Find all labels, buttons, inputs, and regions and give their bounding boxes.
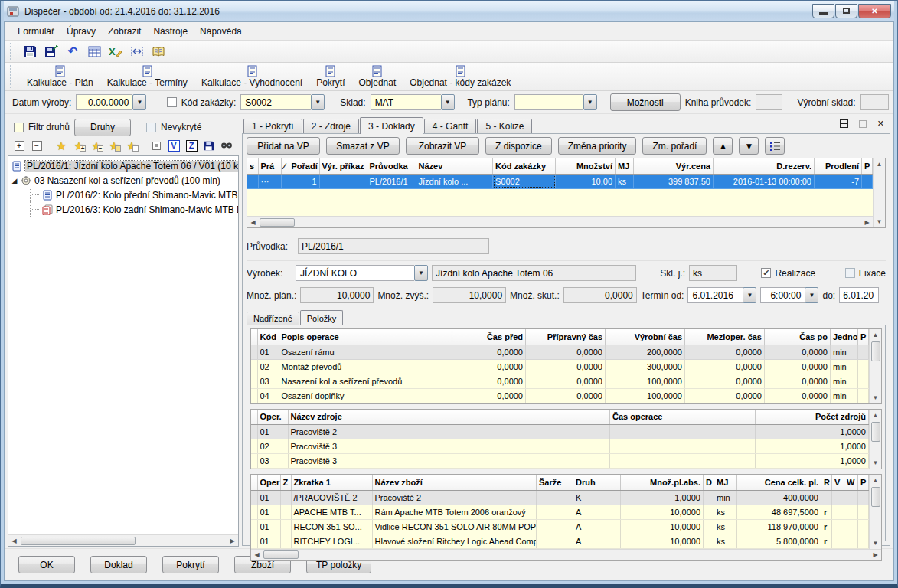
tab-pokryti[interactable]: 1 - Pokrytí <box>243 119 302 134</box>
collapse-all-icon[interactable]: − <box>30 139 44 152</box>
scrollbar-thumb[interactable] <box>871 341 880 361</box>
chevron-down-icon[interactable]: ▼ <box>441 94 455 110</box>
undo-icon[interactable]: ↶ <box>64 43 82 60</box>
documents-grid-hscroll[interactable]: ◀ ▶ <box>247 216 873 227</box>
resources-vscroll[interactable]: ▲ ▼ <box>869 410 881 469</box>
kod-zakazky-combo[interactable]: S0002 ▼ <box>240 94 325 110</box>
scroll-up-icon[interactable]: ▲ <box>870 329 881 341</box>
close-button[interactable]: ✕ <box>858 4 891 18</box>
typ-planu-combo[interactable]: ▼ <box>514 94 597 110</box>
column-header[interactable] <box>251 475 257 490</box>
star-icon[interactable]: ★ <box>54 139 68 152</box>
star-remove-icon[interactable]: ★− <box>90 139 103 152</box>
vyrobek-combo[interactable]: JÍZDNÍ KOLO ▼ <box>296 265 428 281</box>
column-header[interactable]: Kód zakázky <box>493 158 556 174</box>
column-header[interactable]: MJ <box>714 475 737 490</box>
column-header[interactable]: s <box>247 158 258 174</box>
tree-item-label[interactable]: PL/2016/1: Jízdní kolo Apache Totem 06 /… <box>25 161 238 172</box>
column-header[interactable]: Prodlení <box>815 158 862 174</box>
tree-item-pl-2016-3[interactable]: PL/2016/3: Kolo zadní Shimano-Mavic MTB … <box>10 202 237 217</box>
scroll-up-icon[interactable]: ▲ <box>870 475 881 486</box>
nevykryte-checkbox[interactable] <box>146 122 156 132</box>
realizace-checkbox[interactable]: ✔ <box>761 268 771 278</box>
table-row[interactable]: 01Pracoviště 21,0000 <box>251 425 869 439</box>
menu-nastroje[interactable]: Nástroje <box>148 24 193 39</box>
title-bar[interactable]: Dispečer - období od: 21.4.2016 do: 31.1… <box>4 1 894 21</box>
sklad-combo[interactable]: MAT ▼ <box>371 94 455 110</box>
vyrobek-code[interactable]: JÍZDNÍ KOLO <box>296 265 414 281</box>
column-header[interactable]: Cena celk. pl. <box>737 475 821 490</box>
column-header[interactable]: Množ.pl.abs. <box>621 475 704 490</box>
column-header[interactable]: P <box>858 475 869 490</box>
book-icon[interactable] <box>149 43 168 60</box>
scroll-up-icon[interactable]: ▲ <box>870 410 881 421</box>
column-header[interactable]: Oper <box>257 475 280 490</box>
column-header[interactable]: Název zdroje <box>288 410 610 425</box>
typ-planu-value[interactable] <box>514 94 583 110</box>
documents-table[interactable]: sPrá∕PořadíVýr. příkazPrůvodkaNázevKód z… <box>247 158 873 189</box>
column-header[interactable] <box>251 329 257 345</box>
column-header[interactable]: P <box>862 158 873 174</box>
table-icon[interactable] <box>85 43 103 60</box>
termin-od-date[interactable]: 6.01.2016 <box>687 287 743 303</box>
mnoz-zvys-field[interactable]: 10,0000 <box>433 287 506 303</box>
scroll-left-icon[interactable]: ◀ <box>251 550 263 560</box>
pridat-na-vp-button[interactable]: Přidat na VP <box>247 137 320 155</box>
scrollbar-thumb[interactable] <box>871 487 880 507</box>
skl-j-field[interactable]: ks <box>689 265 737 281</box>
pruvodka-field[interactable]: PL/2016/1 <box>298 238 489 254</box>
filtr-druhu-checkbox[interactable] <box>14 122 24 132</box>
column-header[interactable]: D.rezerv. <box>714 158 815 174</box>
vyrobek-name-field[interactable]: Jízdní kolo Apache Totem 06 <box>432 265 636 281</box>
scroll-right-icon[interactable]: ▶ <box>861 217 873 227</box>
kod-zakazky-value[interactable]: S0002 <box>240 94 311 110</box>
column-header[interactable]: P <box>858 329 869 345</box>
tab-doklady[interactable]: 3 - Doklady <box>360 117 423 134</box>
kalkulace-plan-button[interactable]: Kalkulace - Plán <box>22 64 98 90</box>
column-header[interactable]: Výr. příkaz <box>319 158 367 174</box>
chevron-down-icon[interactable]: ▼ <box>414 265 428 281</box>
documents-grid-vscroll[interactable]: ▲ ▼ <box>873 158 885 227</box>
column-header[interactable]: Pořadí <box>289 158 319 174</box>
tree-item-label[interactable]: PL/2016/3: Kolo zadní Shimano-Mavic MTB … <box>56 204 238 215</box>
column-header[interactable]: Oper. <box>257 410 288 425</box>
column-header[interactable]: Šarže <box>537 475 573 490</box>
column-header[interactable]: Čas před <box>452 329 526 345</box>
zobrazit-vp-button[interactable]: Zobrazit VP <box>406 137 479 155</box>
column-header[interactable]: Výr.cena <box>634 158 714 174</box>
tree-item-pl-2016-1[interactable]: PL/2016/1: Jízdní kolo Apache Totem 06 /… <box>10 158 237 173</box>
move-down-button[interactable]: ▼ <box>739 137 759 155</box>
resources-table[interactable]: Oper.Název zdrojeČas operacePočet zdrojů… <box>251 410 869 469</box>
table-row[interactable]: ···1PL/2016/1Jízdní kolo ...S000210,00ks… <box>247 174 873 188</box>
column-header[interactable]: Průvodka <box>367 158 416 174</box>
pokryti-button[interactable]: Pokrytí <box>312 64 349 90</box>
operations-vscroll[interactable]: ▲ ▼ <box>869 329 881 403</box>
pokryti-footer-button[interactable]: Pokrytí <box>162 556 219 573</box>
column-header[interactable]: Množství <box>556 158 616 174</box>
column-header[interactable]: Popis operace <box>279 329 452 345</box>
tree-item-label[interactable]: PL/2016/2: Kolo přední Shimano-Mavic MTB… <box>56 190 238 201</box>
scrollbar-thumb[interactable] <box>21 537 136 545</box>
datum-vyroby-value[interactable]: 0.00.0000 <box>76 94 132 110</box>
table-row[interactable]: 01/PRACOVIŠTĚ 2Pracoviště 2K1,0000min400… <box>251 490 869 505</box>
column-header[interactable]: D <box>704 475 714 490</box>
chevron-down-icon[interactable]: ▼ <box>311 94 325 110</box>
scroll-down-icon[interactable]: ▼ <box>870 457 881 469</box>
column-header[interactable]: Čas operace <box>610 410 756 425</box>
table-row[interactable]: 01Osazení rámu0,00000,0000200,00000,0000… <box>251 345 869 359</box>
tab-zdroje[interactable]: 2 - Zdroje <box>303 119 359 134</box>
z-sort-icon[interactable]: Z <box>184 139 198 152</box>
mnoz-skut-field[interactable]: 0,0000 <box>563 287 637 303</box>
kniha-pruvodek-field[interactable] <box>756 94 782 110</box>
termin-od-time[interactable]: 6:00:00 <box>760 287 805 303</box>
kalkulace-vyhodnoceni-button[interactable]: Kalkulace - Vyhodnocení <box>197 64 307 90</box>
kod-zakazky-checkbox[interactable] <box>167 97 177 107</box>
column-header[interactable]: Kód <box>257 329 279 345</box>
menu-upravy[interactable]: Úpravy <box>61 24 101 39</box>
star-add-icon[interactable]: ★+ <box>72 139 86 152</box>
ok-button[interactable]: OK <box>18 556 75 573</box>
chevron-down-icon[interactable]: ▼ <box>583 94 597 110</box>
move-up-button[interactable]: ▲ <box>713 137 733 155</box>
column-header[interactable]: Přípravný čas <box>526 329 606 345</box>
scroll-left-icon[interactable]: ◀ <box>8 535 20 546</box>
